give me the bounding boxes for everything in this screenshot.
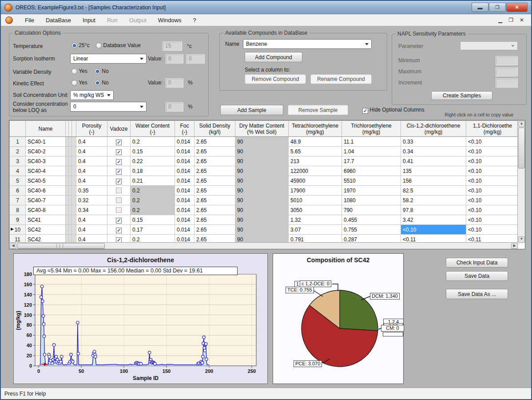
- vadoze-checkbox[interactable]: ✓: [107, 147, 131, 156]
- grid-cell-name[interactable]: SC42: [26, 225, 66, 235]
- grid-cell-cdce[interactable]: 58.2: [401, 196, 466, 205]
- grid-cell[interactable]: [66, 147, 69, 156]
- grid-cell[interactable]: 90: [235, 186, 289, 196]
- grid-column-header[interactable]: Vadoze: [107, 121, 131, 137]
- grid-cell-name[interactable]: SC40-2: [26, 147, 66, 156]
- grid-cell[interactable]: 0.014: [175, 196, 195, 205]
- grid-cell[interactable]: 790: [342, 205, 401, 215]
- grid-row-header[interactable]: 9: [10, 215, 26, 225]
- grid-cell[interactable]: 1.32: [289, 215, 342, 225]
- grid-column-header[interactable]: Tetrachloroethylene(mg/kg): [289, 121, 342, 137]
- grid-cell[interactable]: 0.755: [342, 225, 401, 235]
- grid-vertical-scrollbar[interactable]: ▲ ▼: [517, 120, 525, 243]
- add-sample-button[interactable]: Add Sample: [220, 105, 283, 115]
- grid-cell[interactable]: [66, 205, 69, 215]
- kinetic-no-radio[interactable]: [95, 80, 100, 86]
- grid-cell[interactable]: [66, 156, 69, 166]
- vadoze-checkbox[interactable]: ✓: [107, 137, 131, 147]
- grid-cell[interactable]: [66, 215, 69, 225]
- vadoze-checkbox[interactable]: [107, 186, 131, 196]
- create-samples-button[interactable]: Create Samples: [431, 91, 492, 100]
- grid-column-header[interactable]: [10, 121, 26, 137]
- grid-cell[interactable]: 0.4: [76, 147, 107, 156]
- grid-cell[interactable]: <0.10: [466, 186, 519, 196]
- grid-cell[interactable]: 0.34: [76, 205, 107, 215]
- grid-column-header[interactable]: Trichloroethylene(mg/kg): [342, 121, 401, 137]
- grid-row-header[interactable]: 1: [10, 137, 26, 147]
- grid-cell[interactable]: 0.014: [175, 147, 195, 156]
- vadoze-checkbox[interactable]: ✓: [107, 215, 131, 225]
- hscroll-thumb[interactable]: ▏▏▏: [17, 243, 105, 249]
- grid-cell[interactable]: 48.9: [289, 137, 342, 147]
- grid-cell-name[interactable]: SC40-3: [26, 156, 66, 166]
- grid-cell[interactable]: 0.21: [131, 176, 175, 186]
- grid-cell[interactable]: 2.65: [195, 186, 235, 196]
- density-no-radio[interactable]: [95, 68, 100, 74]
- check-input-data-button[interactable]: Check Input Data: [446, 258, 508, 268]
- scroll-down-icon[interactable]: ▼: [518, 236, 525, 243]
- close-button[interactable]: ✕: [506, 3, 528, 12]
- grid-cell[interactable]: [69, 156, 72, 166]
- grid-cell[interactable]: 90: [235, 225, 289, 235]
- menu-database[interactable]: DataBase: [40, 16, 77, 25]
- grid-column-header[interactable]: Porosity(-): [76, 121, 107, 137]
- vscroll-thumb[interactable]: [518, 128, 525, 168]
- remove-sample-button[interactable]: Remove Sample: [288, 105, 348, 115]
- grid-cell[interactable]: 17.7: [342, 156, 401, 166]
- temp-25-radio[interactable]: [71, 43, 77, 48]
- grid-cell[interactable]: [72, 166, 76, 176]
- grid-cell[interactable]: [72, 176, 76, 186]
- density-yes-radio[interactable]: [71, 68, 77, 74]
- grid-cell[interactable]: [72, 196, 76, 205]
- grid-cell[interactable]: [69, 166, 72, 176]
- grid-cell[interactable]: 90: [235, 166, 289, 176]
- grid-cell[interactable]: [72, 147, 76, 156]
- grid-column-header[interactable]: Cis-1,2-dichloroethene(mg/kg): [401, 121, 466, 137]
- grid-cell[interactable]: [72, 156, 76, 166]
- grid-cell[interactable]: 122000: [289, 166, 342, 176]
- grid-cell[interactable]: [66, 186, 69, 196]
- grid-cell[interactable]: 90: [235, 147, 289, 156]
- vadoze-checkbox[interactable]: ✓: [107, 176, 131, 186]
- grid-column-header[interactable]: Water Content(-): [131, 121, 175, 137]
- hide-optional-checkbox[interactable]: ✓: [362, 108, 368, 114]
- grid-horizontal-scrollbar[interactable]: ◀ ▏▏▏ ▶: [9, 242, 518, 249]
- grid-cell-name[interactable]: SC41: [26, 215, 66, 225]
- sorption-dropdown[interactable]: Linear: [70, 54, 147, 64]
- grid-cell[interactable]: [69, 225, 72, 235]
- grid-cell[interactable]: 1080: [342, 196, 401, 205]
- grid-cell[interactable]: 90: [235, 176, 289, 186]
- grid-cell-name[interactable]: SC40-6: [26, 186, 66, 196]
- vadoze-checkbox[interactable]: ✓: [107, 156, 131, 166]
- grid-column-header[interactable]: Foc(-): [175, 121, 195, 137]
- grid-cell[interactable]: [69, 147, 72, 156]
- grid-cell[interactable]: [69, 137, 72, 147]
- grid-cell[interactable]: [72, 205, 76, 215]
- grid-cell[interactable]: 2.65: [195, 205, 235, 215]
- grid-cell[interactable]: 90: [235, 215, 289, 225]
- grid-cell[interactable]: <0.10: [466, 176, 519, 186]
- grid-cell[interactable]: 90: [235, 196, 289, 205]
- grid-cell[interactable]: 0.4: [76, 215, 107, 225]
- grid-row-header[interactable]: 4: [10, 166, 26, 176]
- grid-cell[interactable]: 0.17: [131, 225, 175, 235]
- grid-cell[interactable]: 5.65: [289, 147, 342, 156]
- scroll-left-icon[interactable]: ◀: [10, 243, 16, 249]
- grid-cell[interactable]: 2.65: [195, 137, 235, 147]
- grid-cell[interactable]: 0.22: [131, 156, 175, 166]
- grid-cell-name[interactable]: SC40-5: [26, 176, 66, 186]
- grid-row-header[interactable]: 5: [10, 176, 26, 186]
- grid-cell[interactable]: 2.65: [195, 215, 235, 225]
- grid-cell[interactable]: 1.04: [342, 147, 401, 156]
- grid-cell-cdce[interactable]: <0.10: [401, 225, 466, 235]
- grid-row-header[interactable]: 8: [10, 205, 26, 215]
- grid-cell[interactable]: 5510: [342, 176, 401, 186]
- grid-cell[interactable]: [66, 176, 69, 186]
- grid-cell[interactable]: [69, 186, 72, 196]
- add-compound-button[interactable]: Add Compound: [245, 52, 302, 62]
- grid-cell[interactable]: 2.65: [195, 166, 235, 176]
- grid-cell-cdce[interactable]: 156: [401, 176, 466, 186]
- grid-column-header[interactable]: Dry Matter Content(% Wet Soil): [235, 121, 289, 137]
- scroll-right-icon[interactable]: ▶: [511, 243, 518, 249]
- grid-cell-cdce[interactable]: 3.42: [401, 215, 466, 225]
